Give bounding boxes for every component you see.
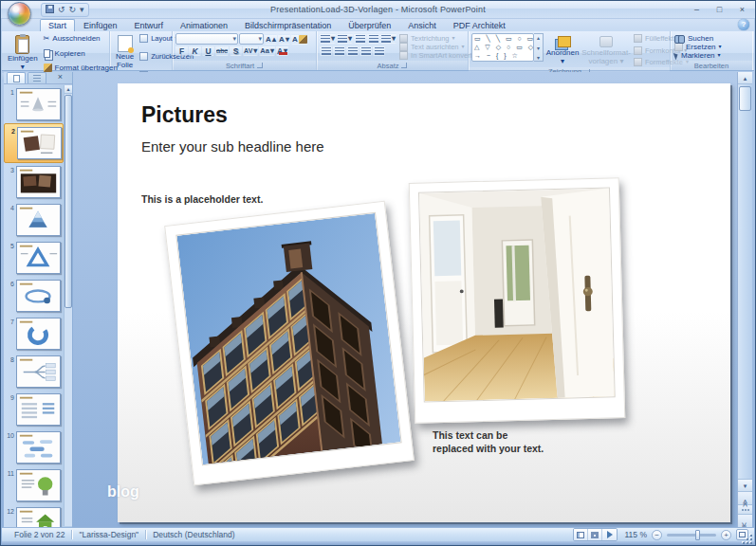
change-case-button[interactable]: Aa▾: [259, 46, 275, 56]
slide-thumbnail-10[interactable]: 10: [4, 428, 64, 466]
increase-indent-button[interactable]: [367, 33, 379, 44]
save-icon[interactable]: [46, 5, 54, 15]
office-button[interactable]: [8, 2, 34, 26]
photo-building[interactable]: [164, 201, 415, 486]
slide-sorter-button[interactable]: [588, 529, 602, 540]
tab-folien[interactable]: [7, 72, 26, 83]
text-shadow-button[interactable]: S: [230, 46, 242, 56]
grow-font-button[interactable]: A▴: [265, 34, 277, 45]
tab-start[interactable]: Start: [40, 19, 75, 31]
close-button[interactable]: ×: [734, 3, 750, 15]
qat-dropdown-icon[interactable]: ▾: [80, 6, 84, 14]
columns-button[interactable]: [373, 46, 385, 56]
photo-hallway[interactable]: [409, 177, 626, 424]
slide-thumbnail-9[interactable]: 9: [4, 391, 64, 428]
slide-caption[interactable]: This text can be replaced with your text…: [433, 428, 544, 455]
slide-thumbnail-8[interactable]: 8: [4, 353, 64, 391]
slide-thumbnail-5[interactable]: 5: [4, 239, 64, 277]
zoom-out-button[interactable]: −: [652, 530, 662, 540]
arrange-button[interactable]: Anordnen ▾: [545, 33, 580, 67]
find-button[interactable]: Suchen: [673, 34, 723, 43]
shapes-row[interactable]: ▭ ╲ ╲ ▭ ○ ▭: [474, 35, 531, 43]
zoom-in-button[interactable]: +: [721, 530, 731, 540]
zoom-level[interactable]: 115 %: [622, 530, 647, 539]
resize-grip[interactable]: [741, 533, 752, 544]
vertical-scrollbar[interactable]: ▴ ▾ ≪ ≪: [737, 72, 752, 527]
tab-entwurf[interactable]: Entwurf: [126, 19, 173, 31]
paste-button[interactable]: Einfügen ▾: [5, 33, 41, 73]
align-left-button[interactable]: [320, 46, 332, 56]
minimize-button[interactable]: –: [689, 3, 705, 15]
zoom-slider-thumb[interactable]: [695, 530, 700, 540]
slide-thumbnail-6[interactable]: 6: [4, 277, 64, 315]
tab-ansicht[interactable]: Ansicht: [399, 19, 445, 31]
redo-icon[interactable]: ↻: [69, 6, 77, 14]
bold-button[interactable]: F: [175, 46, 188, 56]
slide-canvas[interactable]: Pictures Enter your sub headline here Th…: [118, 83, 730, 522]
slide-thumbnail-11[interactable]: 11: [4, 466, 64, 504]
tab-gliederung[interactable]: [28, 72, 46, 83]
align-center-button[interactable]: [333, 46, 345, 56]
tab-überprüfen[interactable]: Überprüfen: [340, 19, 399, 31]
undo-icon[interactable]: ↺: [58, 6, 65, 14]
line-spacing-button[interactable]: ▾: [380, 33, 396, 44]
slide-thumbnail-2[interactable]: 2: [4, 123, 64, 163]
slide-thumbnail-1[interactable]: 1: [4, 85, 64, 123]
panel-scrollbar[interactable]: ▴: [64, 85, 72, 526]
character-spacing-button[interactable]: AV▾: [243, 46, 258, 56]
clear-formatting-button[interactable]: A: [291, 34, 308, 45]
shapes-gallery-scroll[interactable]: ▴ ▾ ▾: [534, 33, 544, 62]
tab-einfügen[interactable]: Einfügen: [75, 19, 126, 31]
align-right-button[interactable]: [346, 46, 359, 56]
scroll-down-icon[interactable]: ▾: [738, 479, 752, 491]
font-size-combo[interactable]: ▾: [239, 33, 264, 45]
scroll-up-icon[interactable]: ▴: [65, 85, 72, 94]
language-indicator[interactable]: Deutsch (Deutschland): [146, 530, 241, 539]
cut-button[interactable]: ✂Ausschneiden: [43, 34, 119, 43]
quick-styles-button[interactable]: Schnellformat- vorlagen ▾: [581, 33, 631, 67]
gallery-more-icon[interactable]: ▾: [537, 54, 540, 61]
dialog-launcher-icon[interactable]: [257, 63, 263, 68]
numbering-button[interactable]: ▾: [337, 33, 353, 44]
copy-button[interactable]: Kopieren: [43, 49, 119, 58]
font-color-button[interactable]: A▾: [276, 46, 288, 56]
tab-pdf-architekt[interactable]: PDF Architekt: [445, 19, 514, 31]
decrease-indent-button[interactable]: [354, 33, 366, 44]
normal-view-button[interactable]: [574, 529, 588, 540]
shrink-font-button[interactable]: A▾: [278, 34, 290, 45]
underline-button[interactable]: U: [202, 46, 214, 56]
scroll-thumb[interactable]: [739, 86, 751, 111]
panel-close-icon[interactable]: ×: [58, 73, 63, 82]
tab-bildschirmpräsentation[interactable]: Bildschirmpräsentation: [236, 19, 340, 31]
slide-title[interactable]: Pictures: [141, 102, 228, 128]
font-name-combo[interactable]: ▾: [175, 33, 238, 45]
help-button[interactable]: ?: [738, 19, 749, 30]
slide-thumbnail-7[interactable]: 7: [4, 315, 64, 353]
bullets-button[interactable]: ▾: [320, 33, 336, 44]
previous-slide-button[interactable]: ≪: [738, 491, 752, 504]
dialog-launcher-icon[interactable]: [401, 63, 407, 68]
slideshow-button[interactable]: [602, 529, 617, 540]
panel-scroll-thumb[interactable]: [65, 95, 72, 308]
justify-button[interactable]: [360, 46, 372, 56]
slide-subtitle[interactable]: Enter your sub headline here: [141, 138, 324, 155]
slide-number: 6: [6, 280, 14, 287]
zoom-slider[interactable]: [667, 534, 716, 537]
next-slide-button[interactable]: ≪: [738, 514, 752, 527]
shapes-row[interactable]: △ ▽ ◇ ○ ▭ ◇: [474, 44, 531, 51]
scroll-up-icon[interactable]: ▴: [537, 34, 540, 41]
strikethrough-button[interactable]: abc: [215, 46, 229, 56]
scroll-up-icon[interactable]: ▴: [738, 72, 752, 84]
shapes-row[interactable]: → ~ { } ☆: [474, 52, 531, 60]
slide-thumbnail-4[interactable]: 4: [4, 201, 64, 239]
slide-thumbnail-3[interactable]: 3: [4, 163, 64, 201]
maximize-button[interactable]: □: [711, 3, 728, 15]
italic-button[interactable]: K: [189, 46, 201, 56]
tab-animationen[interactable]: Animationen: [172, 19, 236, 31]
replace-button[interactable]: Ersetzen▾: [673, 43, 723, 51]
slide-thumbnail-12[interactable]: 12: [4, 504, 64, 527]
slide-body-text[interactable]: This is a placeholder text.: [141, 193, 263, 205]
select-button[interactable]: Markieren▾: [673, 51, 723, 60]
scroll-down-icon[interactable]: ▾: [537, 45, 540, 51]
shapes-gallery[interactable]: ▭ ╲ ╲ ▭ ○ ▭ △ ▽ ◇ ○ ▭ ◇ → ~ { } ☆: [471, 33, 534, 62]
